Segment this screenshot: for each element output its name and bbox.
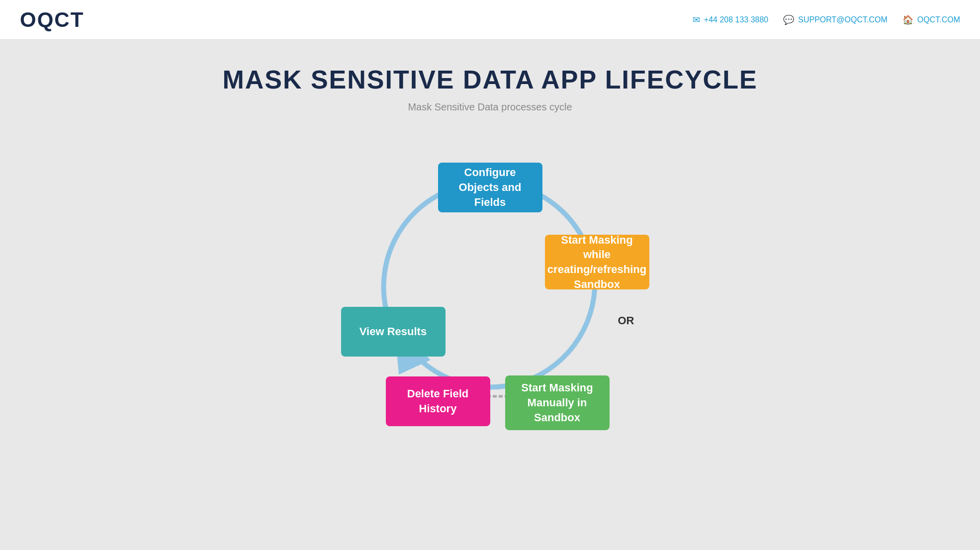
or-label: OR xyxy=(618,314,634,327)
header: OQCT ✉ +44 208 133 3880 💬 SUPPORT@OQCT.C… xyxy=(0,0,980,40)
email-contact[interactable]: 💬 SUPPORT@OQCT.COM xyxy=(783,14,888,25)
start-creating-label: Start Masking while creating/refreshing … xyxy=(547,233,646,292)
configure-box[interactable]: Configure Objects and Fields xyxy=(438,163,542,212)
email-text: SUPPORT@OQCT.COM xyxy=(798,15,888,24)
page-title: MASK SENSITIVE DATA APP LIFECYCLE xyxy=(222,65,757,94)
view-results-box[interactable]: View Results xyxy=(341,307,445,357)
view-results-label: View Results xyxy=(359,324,427,339)
delete-history-box[interactable]: Delete Field History xyxy=(386,376,490,426)
start-manually-box[interactable]: Start Masking Manually in Sandbox xyxy=(505,375,610,430)
main-content: MASK SENSITIVE DATA APP LIFECYCLE Mask S… xyxy=(0,40,980,441)
phone-contact[interactable]: ✉ +44 208 133 3880 xyxy=(693,14,768,25)
delete-history-label: Delete Field History xyxy=(396,386,480,416)
configure-label: Configure Objects and Fields xyxy=(448,165,533,209)
header-contacts: ✉ +44 208 133 3880 💬 SUPPORT@OQCT.COM 🏠 … xyxy=(693,14,960,25)
start-creating-box[interactable]: Start Masking while creating/refreshing … xyxy=(545,235,649,289)
page-subtitle: Mask Sensitive Data processes cycle xyxy=(408,101,572,113)
start-manually-label: Start Masking Manually in Sandbox xyxy=(515,380,600,425)
website-text: OQCT.COM xyxy=(917,15,960,24)
lifecycle-diagram: Configure Objects and Fields Start Maski… xyxy=(291,143,689,441)
website-contact[interactable]: 🏠 OQCT.COM xyxy=(902,14,960,25)
home-icon: 🏠 xyxy=(902,14,913,25)
logo: OQCT xyxy=(20,8,84,32)
phone-text: +44 208 133 3880 xyxy=(704,15,768,24)
phone-icon: ✉ xyxy=(693,14,700,25)
chat-icon: 💬 xyxy=(783,14,794,25)
